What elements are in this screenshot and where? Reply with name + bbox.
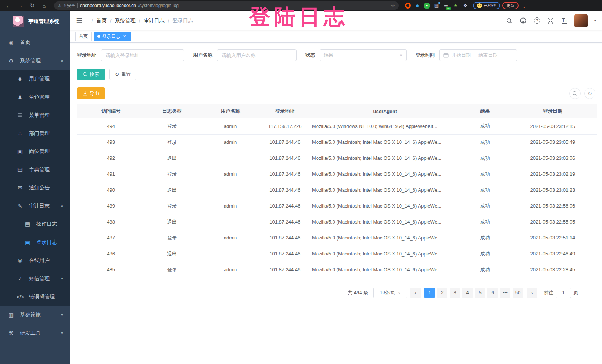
cell-log-type: 登录 <box>145 134 199 150</box>
page-list: 123456•••50 <box>424 288 523 298</box>
page-number-button[interactable]: 4 <box>462 288 473 298</box>
extension-icon[interactable]: ♣ <box>453 3 459 9</box>
extension-icon[interactable]: ◆ <box>414 3 420 9</box>
reset-button[interactable]: ↻ 重置 <box>109 69 136 80</box>
page-number-button[interactable]: 1 <box>424 288 435 298</box>
page-number-button[interactable]: 3 <box>450 288 460 298</box>
sidebar-item[interactable]: ☰ 菜单管理 <box>0 106 70 124</box>
cell-log-type: 登录 <box>145 118 199 134</box>
sidebar-item[interactable]: ♟ 角色管理 <box>0 88 70 106</box>
sidebar-item-label: 研发工具 <box>20 330 41 337</box>
close-tag-icon[interactable]: × <box>122 34 127 39</box>
search-button[interactable]: 搜索 <box>77 69 105 80</box>
page-number-button[interactable]: ••• <box>500 288 510 298</box>
profile-paused-chip[interactable]: 已暂停 <box>473 2 500 9</box>
breadcrumb-item[interactable]: / 审计日志 <box>136 17 165 24</box>
browser-home-icon[interactable]: ⌂ <box>39 3 49 9</box>
browser-update-button[interactable]: 更新 <box>502 2 519 9</box>
sidebar-item[interactable]: ⚙ 系统管理 ∧ <box>0 52 70 70</box>
sidebar-item[interactable]: ⚒ 研发工具 ∨ <box>0 324 70 342</box>
cell-login-date: 2021-05-03 22:51:14 <box>509 230 597 246</box>
page-number-button[interactable]: 2 <box>437 288 447 298</box>
username-input[interactable] <box>217 49 297 61</box>
sidebar-item[interactable]: ▣ 登录日志 <box>0 233 70 251</box>
extension-icon[interactable]: ♥ <box>424 3 430 9</box>
column-header: 访问编号 <box>77 104 145 118</box>
cell-username <box>199 150 261 166</box>
login-time-range-picker[interactable]: 开始日期 - 结束日期 <box>439 49 517 61</box>
sidebar-item[interactable]: ✉ 通知公告 <box>0 179 70 197</box>
cell-login-address: 101.87.244.46 <box>262 262 308 278</box>
page-number-button[interactable]: 50 <box>513 288 523 298</box>
cell-user-agent: Mozilla/5.0 (Macintosh; Intel Mac OS X 1… <box>308 214 462 230</box>
browser-menu-icon[interactable]: ⋮ <box>522 3 527 9</box>
browser-back-icon[interactable]: ← <box>4 3 13 9</box>
cell-result: 成功 <box>462 262 508 278</box>
app-logo[interactable]: 芋道管理系统 <box>0 11 70 32</box>
sidebar-item[interactable]: ☻ 用户管理 <box>0 70 70 88</box>
cell-login-date: 2021-05-03 23:03:06 <box>509 150 597 166</box>
breadcrumb-item[interactable]: / 首页 <box>88 17 107 24</box>
sidebar-item-icon: ∴ <box>16 130 24 137</box>
date-separator: - <box>474 53 475 58</box>
hamburger-icon[interactable]: ☰ <box>76 16 82 25</box>
sidebar-item[interactable]: ✎ 审计日志 ∧ <box>0 197 70 215</box>
sidebar-item-label: 系统管理 <box>20 57 41 64</box>
sidebar-item[interactable]: ▤ 操作日志 <box>0 215 70 233</box>
extension-icon[interactable]: ▦ <box>433 3 440 9</box>
breadcrumb-item[interactable]: / 登录日志 <box>165 17 194 24</box>
column-header: 用户名称 <box>199 104 261 118</box>
fullscreen-icon[interactable] <box>547 17 554 24</box>
browser-forward-icon[interactable]: → <box>16 3 25 9</box>
goto-page-input[interactable] <box>556 288 571 298</box>
extensions-puzzle-icon[interactable]: ❖ <box>462 3 469 9</box>
cell-id: 490 <box>77 182 145 198</box>
sidebar-item-icon: ☻ <box>16 76 24 82</box>
address-bar[interactable]: ⚠ 不安全 dashboard.yudao.iocoder.cn/system/… <box>54 1 399 10</box>
page-number-button[interactable]: 6 <box>487 288 498 298</box>
sidebar-item[interactable]: </> 错误码管理 <box>0 288 70 306</box>
security-label[interactable]: 不安全 <box>63 3 75 9</box>
github-icon[interactable] <box>519 17 527 24</box>
sidebar-item[interactable]: ∴ 部门管理 <box>0 124 70 142</box>
cell-username <box>199 246 261 262</box>
table-row: 485 登录 admin 101.87.244.46 Mozilla/5.0 (… <box>77 262 597 278</box>
bookmark-star-icon[interactable]: ☆ <box>391 3 395 9</box>
sidebar-item[interactable]: ◎ 在线用户 <box>0 251 70 269</box>
search-icon[interactable] <box>506 17 513 24</box>
pagination: 共 494 条 10条/页 ∨ ‹ 123456•••50 › 前往 页 <box>77 288 597 298</box>
cell-user-agent: Mozilla/5.0 (Macintosh; Intel Mac OS X 1… <box>308 182 462 198</box>
sidebar-item[interactable]: ▦ 基础设施 ∨ <box>0 306 70 324</box>
sidebar-item[interactable]: ▤ 字典管理 <box>0 161 70 179</box>
breadcrumb-item[interactable]: / 系统管理 <box>107 17 136 24</box>
sidebar-item[interactable]: ◉ 首页 <box>0 33 70 52</box>
cell-id: 488 <box>77 214 145 230</box>
cell-login-date: 2021-05-03 22:28:45 <box>509 262 597 278</box>
login-address-input[interactable] <box>101 49 184 61</box>
avatar-caret-icon[interactable]: ▾ <box>594 18 596 23</box>
next-page-button[interactable]: › <box>527 288 537 298</box>
cell-id: 491 <box>77 166 145 182</box>
export-button[interactable]: 导出 <box>77 87 105 99</box>
table-row: 490 退出 101.87.244.46 Mozilla/5.0 (Macint… <box>77 182 597 198</box>
extension-icon[interactable] <box>405 3 411 9</box>
font-size-icon[interactable]: TT <box>560 17 568 24</box>
tag-item[interactable]: 首页 × <box>75 32 92 41</box>
sidebar: 芋道管理系统 ◉ 首页 ⚙ 系统管理 ∧ ☻ 用户管理 ♟ 角色管理 <box>0 11 70 364</box>
page-size-select[interactable]: 10条/页 ∨ <box>373 288 407 298</box>
browser-reload-icon[interactable]: ↻ <box>27 2 37 9</box>
extension-icon[interactable]: ☰on <box>443 3 449 9</box>
sidebar-item[interactable]: ▣ 岗位管理 <box>0 142 70 161</box>
prev-page-button[interactable]: ‹ <box>410 288 421 298</box>
help-icon[interactable]: ? <box>533 17 540 24</box>
status-select[interactable]: 结果 ∨ <box>320 49 407 61</box>
page-number-button[interactable]: 5 <box>475 288 485 298</box>
sidebar-item[interactable]: ✓ 短信管理 ∨ <box>0 269 70 288</box>
toggle-search-button[interactable] <box>569 88 580 99</box>
active-tag-dot <box>97 35 100 38</box>
sidebar-item-icon: ✉ <box>16 185 24 191</box>
refresh-table-button[interactable]: ↻ <box>584 88 595 99</box>
sidebar-item-icon: ▤ <box>16 166 24 173</box>
user-avatar[interactable] <box>574 14 588 27</box>
tag-item[interactable]: 登录日志 × <box>94 32 131 41</box>
